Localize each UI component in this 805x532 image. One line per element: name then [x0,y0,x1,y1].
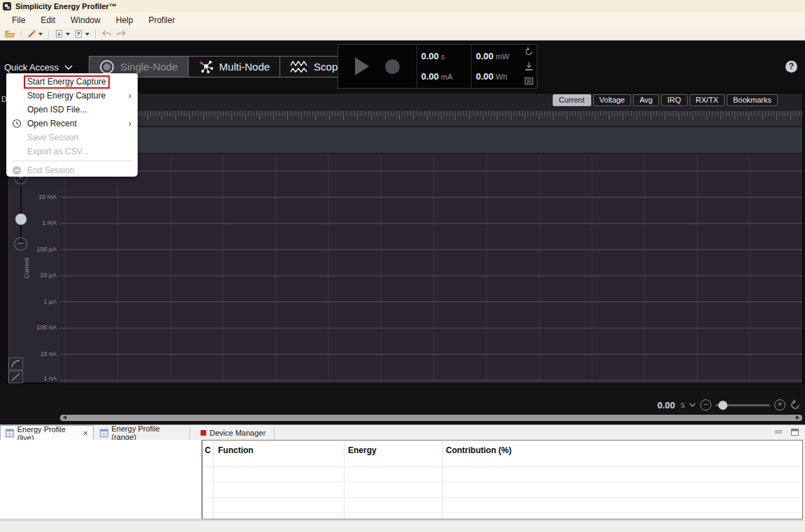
current-unit: mA [441,73,453,81]
power-readout: 0.00mW [476,51,521,61]
reset-zoom-icon[interactable] [790,399,801,411]
scope-waveform-icon [290,61,308,73]
record-button[interactable] [385,59,400,74]
menu-item-open-isd-file[interactable]: Open ISD File... [6,103,138,117]
start-energy-capture-label: Start Energy Capture [24,75,110,89]
current-plot-area[interactable] [60,154,802,383]
toggle-current[interactable]: Current [553,94,591,106]
zoom-slider-track[interactable] [20,177,22,244]
column-header-function[interactable]: Function [218,445,254,455]
tab-energy-profile-range[interactable]: Energy Profile (range) [95,425,183,441]
menu-profiler[interactable]: Profiler [140,13,182,28]
toolbar-separator [48,30,49,38]
export-button[interactable] [72,29,92,40]
tab-energy-profile-live-label: Energy Profile (live) [17,425,78,442]
toolbar [0,28,805,40]
time-zoom-slider-handle[interactable] [718,401,727,410]
quick-access-dropdown[interactable]: Quick Access [4,60,73,74]
tab-multi-node-label: Multi-Node [219,61,270,73]
tab-multi-node[interactable]: Multi-Node [189,56,281,77]
y-axis-title: Current [23,249,31,287]
quick-access-label: Quick Access [4,62,59,73]
status-bar [0,520,805,532]
folder-icon [5,30,15,38]
list-icon[interactable] [524,76,534,86]
menu-file[interactable]: File [4,13,33,28]
time-current-readout: 0.00s 0.00mA [417,45,471,88]
export-as-csv-label: Export as CSV... [27,147,138,156]
power-unit: mW [495,52,509,61]
toolbar-separator [95,30,96,38]
submenu-arrow-icon: › [122,119,138,128]
dropdown-arrow-icon[interactable] [85,33,89,36]
bottom-panel: Energy Profile (live) × Energy Profile (… [0,424,805,532]
zoom-out-button[interactable]: − [14,237,27,251]
help-button[interactable]: ? [785,61,797,73]
minimize-icon[interactable] [774,428,783,436]
open-recent-label: Open Recent [27,119,122,128]
toggle-bookmarks[interactable]: Bookmarks [727,94,778,106]
forward-button[interactable] [114,29,129,40]
tab-single-node-label: Single-Node [120,61,178,73]
toggle-voltage[interactable]: Voltage [593,94,632,106]
menu-window[interactable]: Window [63,13,108,28]
chevron-down-icon[interactable] [689,403,696,407]
menu-edit[interactable]: Edit [33,13,63,28]
tab-device-manager[interactable]: Device Manager [196,425,274,441]
y-tick: 1 mA [26,219,57,226]
energy-profile-left-pane [0,440,202,519]
current-readout: 0.00mA [421,71,471,82]
open-file-button[interactable] [3,29,17,40]
time-zoom-slider[interactable] [716,404,770,406]
menu-item-stop-energy-capture[interactable]: Stop Energy Capture › [6,89,138,103]
import-button[interactable] [52,29,72,40]
menu-separator [12,161,132,161]
tab-energy-profile-live[interactable]: Energy Profile (live) × [0,425,94,441]
linear-scale-button[interactable] [8,371,23,383]
menu-item-end-session[interactable]: End Session [6,163,138,177]
menu-item-export-as-csv[interactable]: Export as CSV... [6,145,138,158]
back-button[interactable] [99,29,114,40]
menu-item-start-energy-capture[interactable]: Start Energy Capture [6,75,138,89]
export-icon [74,29,83,38]
toggle-avg[interactable]: Avg [633,94,659,106]
tab-energy-profile-range-label: Energy Profile (range) [112,424,178,441]
column-header-energy[interactable]: Energy [348,445,377,455]
single-node-icon [99,59,115,75]
play-button[interactable] [355,57,369,75]
download-icon[interactable] [524,61,534,71]
time-zoom-out-button[interactable]: − [700,399,711,411]
menu-bar: File Edit Window Help Profiler [0,13,805,28]
log-scale-button[interactable] [8,357,23,370]
horizontal-scrollbar[interactable] [60,415,802,421]
table-row-divider [203,466,802,467]
tab-bar-divider [189,427,190,440]
menu-item-save-session[interactable]: Save Session [6,131,138,145]
reset-icon[interactable] [524,47,534,57]
linear-line-icon [10,372,21,382]
close-tab-icon[interactable]: × [82,430,88,437]
display-toggle-bar: Current Voltage Avg IRQ RX/TX Bookmarks [553,94,778,106]
menu-item-open-recent[interactable]: Open Recent › [6,117,138,131]
column-header-c[interactable]: C [205,445,211,455]
toggle-irq[interactable]: IRQ [661,94,688,106]
launch-tool-button[interactable] [25,29,45,40]
time-zoom-in-button[interactable]: + [774,399,785,411]
maximize-icon[interactable] [790,428,799,436]
menu-help[interactable]: Help [108,13,141,28]
playback-panel: 0.00s 0.00mA 0.00mW 0.00Wh [338,44,537,89]
tab-device-manager-label: Device Manager [210,429,266,437]
dropdown-arrow-icon[interactable] [38,33,43,36]
dropdown-arrow-icon[interactable] [66,33,70,36]
zoom-slider-handle[interactable] [15,214,27,225]
back-arrow-icon [101,30,112,38]
time-span-unit: s [681,400,685,410]
toolbar-separator [21,30,22,38]
table-row-divider [203,497,802,498]
toggle-rxtx[interactable]: RX/TX [690,94,725,106]
y-tick: 1 nA [26,375,57,382]
column-header-contribution[interactable]: Contribution (%) [446,445,512,455]
menu-icon-slot [6,119,27,128]
energy-profile-icon [100,429,108,438]
energy-profile-table: C Function Energy Contribution (%) [202,440,803,519]
